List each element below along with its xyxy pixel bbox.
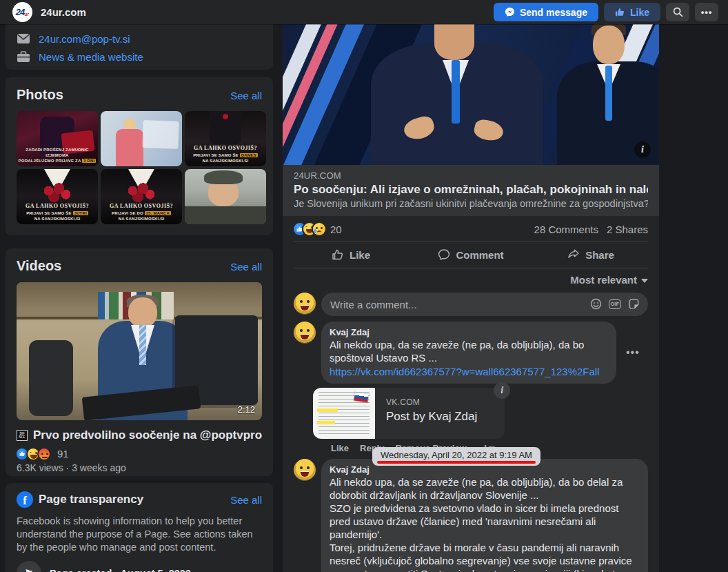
tooltip-text: Wednesday, April 20, 2022 at 9:19 AM bbox=[381, 450, 532, 460]
attachment-thumbnail bbox=[313, 388, 375, 439]
send-message-button[interactable]: Send message bbox=[494, 3, 598, 21]
flag-graphic bbox=[354, 393, 368, 403]
search-button[interactable] bbox=[666, 3, 689, 21]
like-button-label: Like bbox=[350, 249, 370, 261]
photo-thumbnail-4[interactable]: GA LAHKO OSVOJIŠ? PRIJAVI SE SAMO ŠE JUT… bbox=[17, 169, 98, 224]
sad-reaction-icon bbox=[313, 223, 325, 235]
page-brand: 24 ur 24ur.com bbox=[12, 2, 86, 22]
top-bar: 24 ur 24ur.com Send message Like ••• bbox=[0, 0, 728, 24]
attachment-title: Post by Kvaj Zdaj bbox=[386, 410, 477, 424]
comment-input[interactable]: Write a comment... GIF bbox=[321, 293, 648, 316]
person-left-figure bbox=[371, 37, 543, 165]
search-icon bbox=[673, 7, 683, 17]
page-logo-avatar[interactable]: 24 ur bbox=[12, 2, 32, 22]
ellipsis-icon: ••• bbox=[701, 9, 713, 16]
envelope-icon bbox=[17, 33, 30, 44]
video-title[interactable]: Prvo predvolilno soočenje na @poptvprogr… bbox=[33, 428, 262, 442]
red-underline-annotation bbox=[377, 461, 536, 464]
photo-image bbox=[185, 169, 266, 224]
like-page-label: Like bbox=[630, 7, 649, 18]
page-info-card: 24ur.com@pop-tv.si News & media website bbox=[6, 24, 273, 70]
photos-card: Photos See all ZARADI PROŠENJ ZAMUDNIC I… bbox=[6, 77, 273, 235]
video-title-icon: DIFSFE bbox=[17, 430, 28, 441]
commenter-avatar[interactable] bbox=[294, 322, 316, 344]
caption-highlight: 25. MARCA bbox=[145, 211, 171, 215]
logo-ur: ur bbox=[24, 12, 29, 17]
comment-options-button[interactable]: ••• bbox=[623, 344, 643, 362]
caption-highlight: JUTRI bbox=[73, 211, 88, 215]
comment-bubble-icon bbox=[438, 248, 450, 261]
videos-see-all-link[interactable]: See all bbox=[230, 261, 262, 273]
video-thumbnail[interactable]: 2:12 bbox=[17, 282, 262, 420]
transparency-description: Facebook is showing information to help … bbox=[6, 508, 273, 554]
more-options-button[interactable]: ••• bbox=[695, 3, 718, 21]
post-actions-row: Like Comment Share bbox=[283, 241, 659, 268]
photo-image bbox=[101, 111, 182, 166]
photo-thumbnail-2[interactable] bbox=[101, 111, 182, 166]
photo-caption-title: GA LAHKO OSVOJIŠ? bbox=[185, 146, 266, 151]
gif-icon[interactable]: GIF bbox=[609, 299, 622, 309]
like-page-button[interactable]: Like bbox=[604, 3, 660, 21]
page-transparency-card: f Page transparency See all Facebook is … bbox=[6, 483, 273, 572]
link-preview[interactable]: 24UR.COM Po soočenju: Ali izjave o omrež… bbox=[283, 165, 659, 216]
shares-count[interactable]: 2 Shares bbox=[607, 224, 648, 235]
topbar-actions: Send message Like ••• bbox=[494, 3, 718, 21]
comment-button[interactable]: Comment bbox=[411, 244, 531, 266]
page-created-row: Page created - August 5, 2009 bbox=[6, 554, 273, 572]
caption-highlight: DANES bbox=[240, 153, 258, 157]
comment-author[interactable]: Kvaj Zdaj bbox=[330, 327, 608, 337]
thumb-up-icon bbox=[615, 7, 625, 17]
page-created-text: Page created - August 5, 2009 bbox=[50, 568, 191, 572]
facebook-page-dark: 24 ur 24ur.com Send message Like ••• bbox=[0, 0, 728, 572]
comment-link[interactable]: https://vk.com/id662367577?w=wall6623675… bbox=[330, 365, 608, 378]
email-row[interactable]: 24ur.com@pop-tv.si bbox=[17, 30, 262, 48]
comment-2: Wednesday, April 20, 2022 at 9:19 AM Kva… bbox=[283, 453, 659, 572]
photos-title: Photos bbox=[17, 87, 63, 103]
photo-thumbnail-5[interactable]: GA LAHKO OSVOJIŠ? PRIJAVI SE DO 25. MARC… bbox=[101, 169, 182, 224]
caption-highlight: 3 DNI bbox=[82, 159, 96, 163]
comments-count[interactable]: 28 Comments bbox=[534, 224, 598, 235]
video-reactions[interactable]: 91 bbox=[6, 442, 273, 460]
own-avatar[interactable] bbox=[294, 293, 316, 315]
share-button-label: Share bbox=[585, 249, 614, 261]
videos-card: Videos See all 2:12 DIFSFE Prvo predvoli… bbox=[6, 248, 273, 476]
comment-like-link[interactable]: Like bbox=[331, 443, 349, 453]
page-email: 24ur.com@pop-tv.si bbox=[39, 33, 130, 45]
videos-title: Videos bbox=[17, 258, 61, 274]
reaction-count: 20 bbox=[330, 224, 342, 235]
angry-reaction-icon bbox=[39, 448, 50, 460]
comment-button-label: Comment bbox=[456, 249, 503, 261]
emoji-icon[interactable] bbox=[590, 298, 602, 310]
sticker-icon[interactable] bbox=[628, 298, 640, 310]
link-title: Po soočenju: Ali izjave o omrežninah, pl… bbox=[294, 183, 648, 197]
link-attachment-1[interactable]: VK.COM Post by Kvaj Zdaj bbox=[313, 388, 505, 439]
post-image[interactable] bbox=[283, 24, 659, 165]
photo-caption: ZARADI PROŠENJ ZAMUDNIC IZJEMOMA bbox=[26, 148, 88, 157]
photos-see-all-link[interactable]: See all bbox=[230, 90, 262, 101]
photo-thumbnail-1[interactable]: ZARADI PROŠENJ ZAMUDNIC IZJEMOMA PODALJŠ… bbox=[17, 111, 98, 166]
comment-text: Ali nekdo upa, da se zaveže (ne pa, da o… bbox=[330, 338, 608, 364]
comment-sort-dropdown[interactable]: Most relevant bbox=[570, 274, 648, 286]
like-outline-icon bbox=[332, 248, 344, 261]
commenter-avatar[interactable] bbox=[294, 459, 316, 481]
link-description: Je Slovenija unikum pri začasni ukinitvi… bbox=[294, 198, 648, 209]
reaction-summary[interactable]: 20 bbox=[294, 223, 342, 235]
attachment-info-button[interactable] bbox=[494, 382, 510, 399]
like-button[interactable]: Like bbox=[291, 244, 411, 266]
haha-reaction-icon bbox=[28, 448, 39, 460]
link-domain: 24UR.COM bbox=[294, 170, 648, 181]
transparency-see-all-link[interactable]: See all bbox=[230, 494, 262, 506]
page-category: News & media website bbox=[39, 51, 143, 63]
attachment-info: VK.COM Post by Kvaj Zdaj bbox=[375, 388, 505, 439]
photo-caption-title: GA LAHKO OSVOJIŠ? bbox=[17, 204, 98, 209]
comment-author[interactable]: Kvaj Zdaj bbox=[330, 464, 640, 475]
share-button[interactable]: Share bbox=[531, 244, 651, 266]
caret-down-icon bbox=[641, 279, 648, 283]
post-card: 24UR.COM Po soočenju: Ali izjave o omrež… bbox=[283, 24, 659, 572]
photo-thumbnail-3[interactable]: GA LAHKO OSVOJIŠ? PRIJAVI SE SAMO ŠE DAN… bbox=[185, 111, 266, 166]
image-info-button[interactable] bbox=[634, 141, 651, 158]
post-stats-row: 20 28 Comments 2 Shares bbox=[283, 216, 659, 241]
photo-caption-title: GA LAHKO OSVOJIŠ? bbox=[101, 204, 182, 209]
photo-thumbnail-6[interactable] bbox=[185, 169, 266, 224]
category-row[interactable]: News & media website bbox=[17, 48, 262, 66]
